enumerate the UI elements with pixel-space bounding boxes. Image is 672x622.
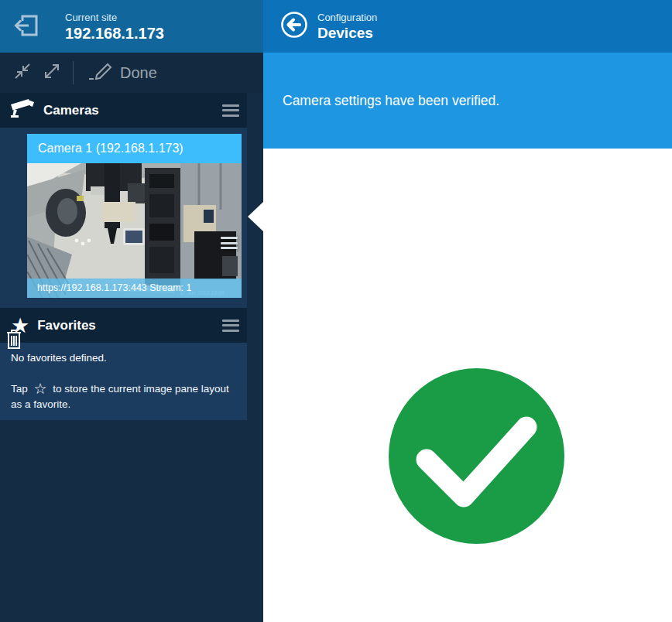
star-outline-icon: ☆ [31,381,50,397]
camera-tile-title: Camera 1 (192.168.1.173) [27,134,242,163]
main-area [263,149,672,622]
favorites-empty-text: No favorites defined. [11,351,235,365]
done-button[interactable]: Done [81,58,163,87]
cameras-section-header: Cameras [0,93,247,128]
camera-thumbnail: 17 Jun 2023 13:06 https://192.168.1.173:… [27,163,242,298]
hint-prefix: Tap [11,383,28,395]
selected-camera-callout-arrow [248,202,263,231]
favorites-hint-text: Tap ☆ to store the current image pane la… [11,381,235,412]
camera-thumbnail-image: 17 Jun 2023 13:06 [27,163,242,298]
site-header: Current site 192.168.1.173 [0,0,263,53]
app-window: Current site 192.168.1.173 [0,0,672,622]
toolbar-divider [73,61,74,84]
trash-icon [5,327,22,354]
camera-tile[interactable]: Camera 1 (192.168.1.173) [27,134,242,298]
done-label: Done [120,64,157,82]
layout-toolbar: Done [0,53,263,93]
content-header: Configuration Devices [263,0,672,53]
banner-message: Camera settings have been verified. [283,93,499,109]
success-check-icon [389,368,564,544]
favorites-section-header: ★ Favorites [0,308,247,343]
back-button[interactable] [279,11,310,42]
camera-stream-caption: https://192.168.1.173:443 Stream: 1 [27,279,242,298]
camera-icon [9,97,36,124]
expand-arrows-icon [43,62,61,84]
favorites-panel: No favorites defined. Tap ☆ to store the… [0,343,247,420]
page-title: Devices [317,24,377,42]
current-site-label: Current site [65,11,164,24]
content-panel: Configuration Devices Camera settings ha… [263,0,672,622]
collapse-arrows-icon [13,62,32,84]
current-site-address: 192.168.1.173 [65,24,164,43]
breadcrumb: Configuration [317,11,377,24]
edit-pencil-icon [87,61,112,84]
header-titles: Configuration Devices [317,11,377,42]
current-site-block: Current site 192.168.1.173 [65,11,164,43]
sidebar-panels: Cameras Camera 1 (192.168.1.173) [0,93,247,420]
cameras-section-title: Cameras [43,103,222,118]
collapse-panes-button[interactable] [8,58,37,87]
favorites-section-title: Favorites [37,318,222,333]
sidebar: Current site 192.168.1.173 [0,0,263,622]
expand-panes-button[interactable] [37,58,67,87]
exit-site-button[interactable] [11,9,42,43]
exit-door-icon [12,10,40,43]
back-arrow-icon [279,10,309,43]
cameras-list: Camera 1 (192.168.1.173) [0,128,247,308]
delete-camera-button[interactable] [5,328,23,353]
camera-tile-menu-button[interactable] [221,237,238,249]
cameras-menu-button[interactable] [222,104,239,117]
info-banner: Camera settings have been verified. [263,53,672,149]
favorites-menu-button[interactable] [222,320,239,332]
